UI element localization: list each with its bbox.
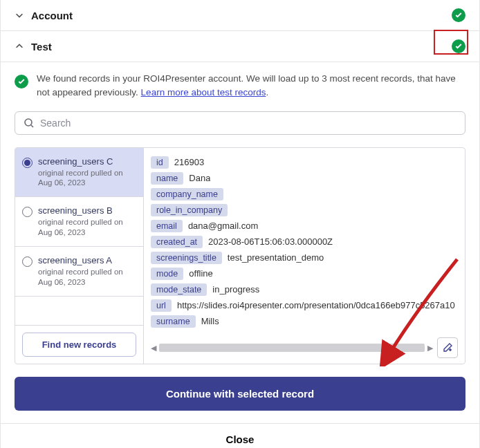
record-detail: id216903nameDanacompany_namerole_in_comp… (151, 156, 458, 331)
detail-key: email (151, 220, 183, 232)
detail-key: role_in_company (151, 204, 228, 216)
record-subtitle: original record pulled on Aug 06, 2023 (38, 217, 136, 238)
detail-value: in_progress (212, 284, 259, 295)
record-title: screening_users B (38, 205, 136, 216)
record-item[interactable]: screening_users Boriginal record pulled … (15, 197, 143, 247)
detail-row: screenings_titletest_presentation_demo (151, 252, 458, 264)
record-item[interactable]: screening_users Aoriginal record pulled … (15, 247, 143, 297)
section-test-title: Test (31, 41, 52, 53)
detail-row: company_name (151, 188, 458, 200)
detail-key: created_at (151, 236, 203, 248)
scroll-right-arrow[interactable]: ▶ (427, 344, 433, 353)
search-icon (24, 118, 35, 129)
detail-value: offline (189, 268, 212, 279)
scroll-left-arrow[interactable]: ◀ (151, 344, 156, 353)
detail-value: Mills (201, 316, 219, 326)
record-subtitle: original record pulled on Aug 06, 2023 (38, 168, 136, 189)
radio-icon (22, 256, 33, 267)
section-account-header[interactable]: Account (1, 0, 479, 31)
svg-point-0 (25, 119, 32, 126)
detail-row: nameDana (151, 172, 458, 185)
detail-row: emaildana@gmail.com (151, 220, 458, 232)
check-icon (15, 75, 28, 88)
detail-value: dana@gmail.com (188, 221, 258, 231)
detail-key: screenings_title (151, 252, 222, 264)
search-input[interactable] (40, 118, 456, 129)
detail-key: surname (151, 315, 196, 328)
detail-value: test_presentation_demo (228, 252, 324, 263)
detail-row: created_at2023-08-06T15:06:03.000000Z (151, 236, 458, 248)
detail-row: modeoffline (151, 268, 458, 280)
chevron-up-icon (15, 41, 24, 51)
radio-icon (22, 158, 33, 168)
info-text: We found records in your ROI4Presenter a… (37, 72, 465, 100)
record-item[interactable]: screening_users Coriginal record pulled … (15, 148, 143, 198)
detail-value: 2023-08-06T15:06:03.000000Z (208, 236, 333, 247)
record-title: screening_users A (38, 255, 136, 265)
detail-row: surnameMills (151, 315, 458, 328)
detail-row: urlhttps://slides.roi4presenter.com/pres… (151, 299, 458, 312)
detail-key: mode (151, 268, 183, 280)
detail-key: company_name (151, 188, 223, 200)
learn-more-link[interactable]: Learn more about test records (141, 87, 266, 97)
edit-button[interactable] (437, 337, 458, 358)
detail-value: Dana (189, 173, 210, 183)
check-icon (452, 39, 465, 53)
detail-key: id (151, 156, 169, 169)
check-icon (452, 8, 465, 22)
records-list: screening_users Coriginal record pulled … (15, 148, 144, 364)
detail-key: url (151, 299, 172, 312)
section-account-title: Account (31, 10, 73, 21)
search-field[interactable] (15, 111, 465, 135)
detail-row: id216903 (151, 156, 458, 169)
detail-row: role_in_company (151, 204, 458, 216)
record-subtitle: original record pulled on Aug 06, 2023 (38, 267, 136, 288)
close-button[interactable]: Close (226, 433, 255, 445)
continue-button[interactable]: Continue with selected record (15, 377, 465, 411)
horizontal-scrollbar[interactable] (159, 344, 425, 352)
chevron-down-icon (15, 10, 24, 20)
section-test-header[interactable]: Test (1, 31, 479, 62)
detail-value: https://slides.roi4presenter.com/present… (177, 300, 455, 310)
find-new-records-button[interactable]: Find new records (22, 333, 136, 357)
detail-key: mode_state (151, 283, 207, 296)
radio-icon (22, 207, 33, 217)
detail-key: name (151, 172, 183, 185)
record-title: screening_users C (38, 156, 136, 167)
detail-value: 216903 (174, 157, 204, 167)
detail-row: mode_statein_progress (151, 283, 458, 296)
